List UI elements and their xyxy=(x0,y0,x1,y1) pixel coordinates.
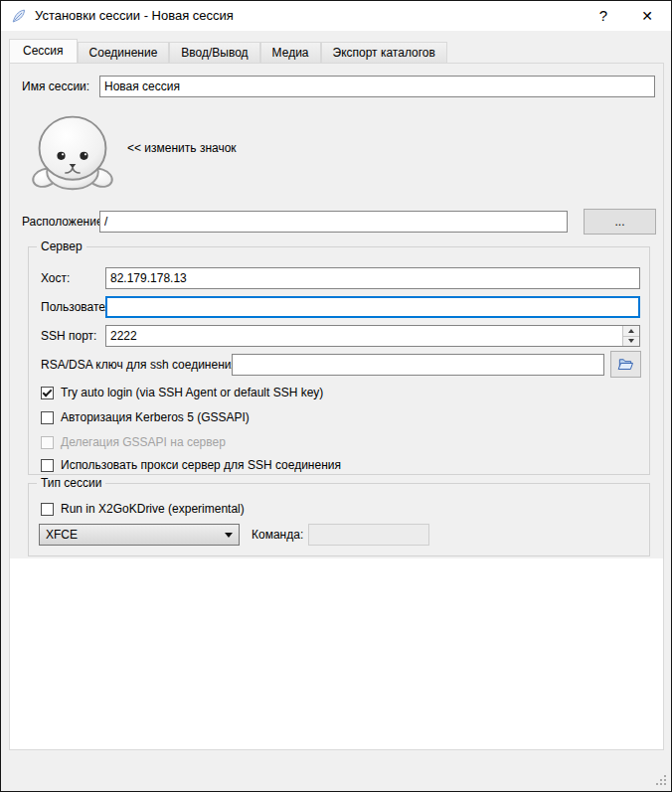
ssh-key-input[interactable] xyxy=(232,354,604,376)
command-input xyxy=(308,524,429,546)
footer: OK Отмена По умолчанию xyxy=(1,749,671,791)
session-name-input[interactable] xyxy=(99,76,655,97)
host-input[interactable] xyxy=(105,267,640,289)
tab-connection[interactable]: Соединение xyxy=(78,42,170,63)
feather-icon xyxy=(11,8,27,24)
spin-up-button[interactable] xyxy=(623,326,639,336)
kerberos-checkbox-row[interactable]: Авторизация Kerberos 5 (GSSAPI) xyxy=(41,409,250,425)
user-input[interactable] xyxy=(105,296,640,318)
window-title: Установки сессии - Новая сессия xyxy=(35,1,234,31)
arrow-down-icon xyxy=(628,339,634,343)
path-browse-button[interactable]: ... xyxy=(584,209,656,235)
session-seal-icon[interactable] xyxy=(30,109,115,195)
tab-session[interactable]: Сессия xyxy=(9,39,78,63)
ssh-port-spinner xyxy=(105,325,640,347)
server-group: Сервер Хост: Пользователь: SSH порт: RSA… xyxy=(28,246,650,475)
server-group-title: Сервер xyxy=(37,239,86,254)
host-label: Хост: xyxy=(41,267,70,289)
ssh-proxy-checkbox[interactable] xyxy=(41,459,54,472)
kdrive-label: Run in X2GoKDrive (experimental) xyxy=(61,502,245,516)
ssh-port-label: SSH порт: xyxy=(41,325,96,347)
autologin-label: Try auto login (via SSH Agent or default… xyxy=(61,386,323,399)
kerberos-label: Авторизация Kerberos 5 (GSSAPI) xyxy=(61,410,250,424)
arrow-up-icon xyxy=(628,329,634,333)
kdrive-checkbox[interactable] xyxy=(41,503,54,516)
tab-folder-export[interactable]: Экспорт каталогов xyxy=(321,42,447,63)
spin-down-button[interactable] xyxy=(623,336,639,347)
kerberos-checkbox[interactable] xyxy=(41,411,54,424)
ssh-key-browse-button[interactable] xyxy=(610,351,641,378)
chevron-down-icon xyxy=(225,533,233,538)
tab-input-output[interactable]: Ввод/Вывод xyxy=(169,42,259,63)
tab-media[interactable]: Медиа xyxy=(260,42,321,63)
desktop-type-value: XFCE xyxy=(46,528,78,542)
path-label: Расположение: xyxy=(22,211,106,233)
session-name-label: Имя сессии: xyxy=(22,76,89,97)
help-button[interactable]: ? xyxy=(586,1,621,31)
session-tab-page: Имя сессии: xyxy=(9,63,664,750)
autologin-checkbox[interactable] xyxy=(41,387,54,399)
kerberos-delegation-checkbox-row: Делегация GSSAPI на сервер xyxy=(41,434,226,450)
close-button[interactable]: ✕ xyxy=(629,1,665,31)
kerberos-delegation-label: Делегация GSSAPI на сервер xyxy=(61,435,226,449)
spin-buttons xyxy=(622,326,639,346)
ssh-proxy-checkbox-row[interactable]: Использовать прокси сервер для SSH соеди… xyxy=(41,457,341,473)
change-icon-link[interactable]: << изменить значок xyxy=(127,137,237,159)
session-type-group: Тип сессии Run in X2GoKDrive (experiment… xyxy=(28,483,650,556)
tab-bar: Сессия Соединение Ввод/Вывод Медиа Экспо… xyxy=(9,41,447,63)
kerberos-delegation-checkbox xyxy=(41,436,54,449)
session-type-group-title: Тип сессии xyxy=(37,476,105,491)
session-form: Имя сессии: xyxy=(10,64,663,558)
title-bar[interactable]: Установки сессии - Новая сессия ? ✕ xyxy=(1,1,671,31)
resize-grip[interactable] xyxy=(655,775,666,786)
path-input[interactable] xyxy=(99,211,568,233)
desktop-type-select[interactable]: XFCE xyxy=(39,524,240,546)
open-folder-icon xyxy=(617,357,634,372)
command-label: Команда: xyxy=(252,524,303,546)
ssh-key-label: RSA/DSA ключ для ssh соединения: xyxy=(41,354,241,376)
kdrive-checkbox-row[interactable]: Run in X2GoKDrive (experimental) xyxy=(41,501,245,517)
ssh-port-input[interactable] xyxy=(105,325,640,347)
session-settings-dialog: Установки сессии - Новая сессия ? ✕ Сесс… xyxy=(0,0,672,792)
ssh-proxy-label: Использовать прокси сервер для SSH соеди… xyxy=(61,458,341,472)
autologin-checkbox-row[interactable]: Try auto login (via SSH Agent or default… xyxy=(41,385,323,400)
